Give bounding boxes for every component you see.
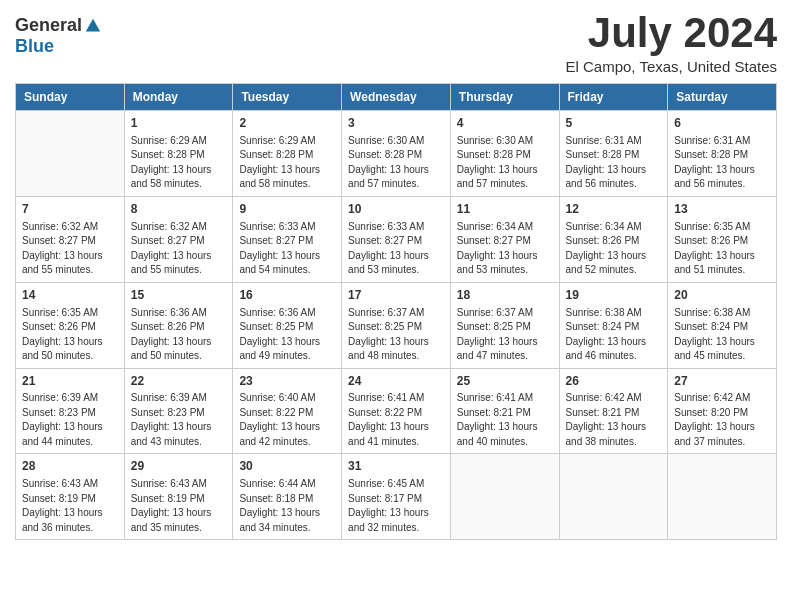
day-number: 1: [131, 115, 227, 132]
page-header: General Blue July 2024 El Campo, Texas, …: [15, 10, 777, 75]
day-info: Sunrise: 6:33 AM Sunset: 8:27 PM Dayligh…: [348, 220, 444, 278]
day-number: 27: [674, 373, 770, 390]
day-number: 7: [22, 201, 118, 218]
calendar-cell: 15Sunrise: 6:36 AM Sunset: 8:26 PM Dayli…: [124, 282, 233, 368]
calendar-week-row: 28Sunrise: 6:43 AM Sunset: 8:19 PM Dayli…: [16, 454, 777, 540]
header-friday: Friday: [559, 84, 668, 111]
header-tuesday: Tuesday: [233, 84, 342, 111]
calendar-week-row: 14Sunrise: 6:35 AM Sunset: 8:26 PM Dayli…: [16, 282, 777, 368]
day-number: 17: [348, 287, 444, 304]
day-number: 28: [22, 458, 118, 475]
calendar-cell: 28Sunrise: 6:43 AM Sunset: 8:19 PM Dayli…: [16, 454, 125, 540]
day-number: 23: [239, 373, 335, 390]
day-number: 10: [348, 201, 444, 218]
calendar-week-row: 1Sunrise: 6:29 AM Sunset: 8:28 PM Daylig…: [16, 111, 777, 197]
calendar-cell: 23Sunrise: 6:40 AM Sunset: 8:22 PM Dayli…: [233, 368, 342, 454]
logo-general-text: General: [15, 15, 82, 36]
month-year-title: July 2024: [566, 10, 778, 56]
calendar-cell: 8Sunrise: 6:32 AM Sunset: 8:27 PM Daylig…: [124, 196, 233, 282]
calendar-cell: 25Sunrise: 6:41 AM Sunset: 8:21 PM Dayli…: [450, 368, 559, 454]
day-number: 18: [457, 287, 553, 304]
day-info: Sunrise: 6:45 AM Sunset: 8:17 PM Dayligh…: [348, 477, 444, 535]
day-number: 30: [239, 458, 335, 475]
day-info: Sunrise: 6:36 AM Sunset: 8:26 PM Dayligh…: [131, 306, 227, 364]
calendar-cell: 27Sunrise: 6:42 AM Sunset: 8:20 PM Dayli…: [668, 368, 777, 454]
calendar-cell: [16, 111, 125, 197]
calendar-cell: 1Sunrise: 6:29 AM Sunset: 8:28 PM Daylig…: [124, 111, 233, 197]
calendar-cell: 30Sunrise: 6:44 AM Sunset: 8:18 PM Dayli…: [233, 454, 342, 540]
logo-blue-text: Blue: [15, 36, 54, 57]
header-wednesday: Wednesday: [342, 84, 451, 111]
day-info: Sunrise: 6:44 AM Sunset: 8:18 PM Dayligh…: [239, 477, 335, 535]
day-info: Sunrise: 6:40 AM Sunset: 8:22 PM Dayligh…: [239, 391, 335, 449]
day-info: Sunrise: 6:42 AM Sunset: 8:20 PM Dayligh…: [674, 391, 770, 449]
day-info: Sunrise: 6:42 AM Sunset: 8:21 PM Dayligh…: [566, 391, 662, 449]
day-info: Sunrise: 6:36 AM Sunset: 8:25 PM Dayligh…: [239, 306, 335, 364]
day-number: 15: [131, 287, 227, 304]
day-number: 25: [457, 373, 553, 390]
calendar-cell: [559, 454, 668, 540]
day-info: Sunrise: 6:37 AM Sunset: 8:25 PM Dayligh…: [457, 306, 553, 364]
svg-marker-0: [86, 18, 100, 31]
day-number: 12: [566, 201, 662, 218]
calendar-cell: 31Sunrise: 6:45 AM Sunset: 8:17 PM Dayli…: [342, 454, 451, 540]
day-info: Sunrise: 6:30 AM Sunset: 8:28 PM Dayligh…: [348, 134, 444, 192]
day-number: 20: [674, 287, 770, 304]
calendar-cell: 26Sunrise: 6:42 AM Sunset: 8:21 PM Dayli…: [559, 368, 668, 454]
calendar-cell: 21Sunrise: 6:39 AM Sunset: 8:23 PM Dayli…: [16, 368, 125, 454]
day-number: 6: [674, 115, 770, 132]
day-number: 4: [457, 115, 553, 132]
day-info: Sunrise: 6:43 AM Sunset: 8:19 PM Dayligh…: [131, 477, 227, 535]
calendar-cell: 11Sunrise: 6:34 AM Sunset: 8:27 PM Dayli…: [450, 196, 559, 282]
day-number: 22: [131, 373, 227, 390]
calendar-cell: 16Sunrise: 6:36 AM Sunset: 8:25 PM Dayli…: [233, 282, 342, 368]
header-thursday: Thursday: [450, 84, 559, 111]
day-number: 3: [348, 115, 444, 132]
day-number: 9: [239, 201, 335, 218]
day-number: 8: [131, 201, 227, 218]
calendar-cell: 3Sunrise: 6:30 AM Sunset: 8:28 PM Daylig…: [342, 111, 451, 197]
day-info: Sunrise: 6:32 AM Sunset: 8:27 PM Dayligh…: [131, 220, 227, 278]
day-info: Sunrise: 6:33 AM Sunset: 8:27 PM Dayligh…: [239, 220, 335, 278]
day-info: Sunrise: 6:38 AM Sunset: 8:24 PM Dayligh…: [566, 306, 662, 364]
calendar-header-row: SundayMondayTuesdayWednesdayThursdayFrid…: [16, 84, 777, 111]
day-info: Sunrise: 6:31 AM Sunset: 8:28 PM Dayligh…: [674, 134, 770, 192]
calendar-cell: 13Sunrise: 6:35 AM Sunset: 8:26 PM Dayli…: [668, 196, 777, 282]
header-sunday: Sunday: [16, 84, 125, 111]
logo-icon: [84, 17, 102, 35]
calendar-table: SundayMondayTuesdayWednesdayThursdayFrid…: [15, 83, 777, 540]
day-number: 16: [239, 287, 335, 304]
day-number: 29: [131, 458, 227, 475]
day-info: Sunrise: 6:31 AM Sunset: 8:28 PM Dayligh…: [566, 134, 662, 192]
calendar-cell: 12Sunrise: 6:34 AM Sunset: 8:26 PM Dayli…: [559, 196, 668, 282]
calendar-cell: 2Sunrise: 6:29 AM Sunset: 8:28 PM Daylig…: [233, 111, 342, 197]
calendar-cell: 20Sunrise: 6:38 AM Sunset: 8:24 PM Dayli…: [668, 282, 777, 368]
day-number: 14: [22, 287, 118, 304]
day-info: Sunrise: 6:37 AM Sunset: 8:25 PM Dayligh…: [348, 306, 444, 364]
logo: General Blue: [15, 10, 102, 57]
day-info: Sunrise: 6:41 AM Sunset: 8:22 PM Dayligh…: [348, 391, 444, 449]
day-info: Sunrise: 6:38 AM Sunset: 8:24 PM Dayligh…: [674, 306, 770, 364]
day-info: Sunrise: 6:41 AM Sunset: 8:21 PM Dayligh…: [457, 391, 553, 449]
day-info: Sunrise: 6:39 AM Sunset: 8:23 PM Dayligh…: [22, 391, 118, 449]
calendar-cell: [668, 454, 777, 540]
calendar-week-row: 21Sunrise: 6:39 AM Sunset: 8:23 PM Dayli…: [16, 368, 777, 454]
calendar-cell: 6Sunrise: 6:31 AM Sunset: 8:28 PM Daylig…: [668, 111, 777, 197]
calendar-cell: 9Sunrise: 6:33 AM Sunset: 8:27 PM Daylig…: [233, 196, 342, 282]
day-info: Sunrise: 6:34 AM Sunset: 8:27 PM Dayligh…: [457, 220, 553, 278]
header-monday: Monday: [124, 84, 233, 111]
header-saturday: Saturday: [668, 84, 777, 111]
calendar-cell: 4Sunrise: 6:30 AM Sunset: 8:28 PM Daylig…: [450, 111, 559, 197]
day-info: Sunrise: 6:43 AM Sunset: 8:19 PM Dayligh…: [22, 477, 118, 535]
day-number: 24: [348, 373, 444, 390]
day-info: Sunrise: 6:32 AM Sunset: 8:27 PM Dayligh…: [22, 220, 118, 278]
day-number: 2: [239, 115, 335, 132]
title-block: July 2024 El Campo, Texas, United States: [566, 10, 778, 75]
calendar-cell: 7Sunrise: 6:32 AM Sunset: 8:27 PM Daylig…: [16, 196, 125, 282]
calendar-cell: [450, 454, 559, 540]
day-number: 21: [22, 373, 118, 390]
day-number: 5: [566, 115, 662, 132]
calendar-cell: 19Sunrise: 6:38 AM Sunset: 8:24 PM Dayli…: [559, 282, 668, 368]
day-info: Sunrise: 6:29 AM Sunset: 8:28 PM Dayligh…: [239, 134, 335, 192]
day-info: Sunrise: 6:29 AM Sunset: 8:28 PM Dayligh…: [131, 134, 227, 192]
